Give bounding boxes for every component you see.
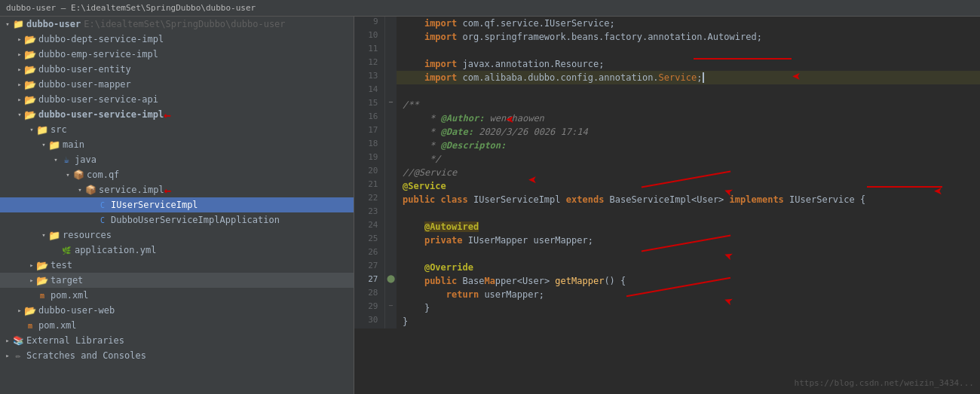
tree-item-extlibs[interactable]: 📚 External Libraries [0, 333, 354, 348]
tree-item-main[interactable]: 📁 main [0, 137, 354, 152]
main-content: 📁 dubbo-user E:\idealtemSet\SpringDubbo\… [0, 17, 980, 394]
java-class-icon: C [96, 199, 109, 211]
tree-item-userweb[interactable]: 📂 dubbo-user-web [0, 303, 354, 318]
code-line[interactable]: @Service [397, 179, 980, 193]
tree-item-dept[interactable]: 📂 dubbo-dept-service-impl [0, 32, 354, 47]
yml-icon: 🌿 [60, 244, 72, 256]
tree-label: dubbo-emp-service-impl [38, 49, 158, 60]
tree-label: DubboUserServiceImplApplication [111, 215, 280, 225]
code-line[interactable]: import javax.annotation.Resource; [397, 57, 980, 71]
project-tree[interactable]: 📁 dubbo-user E:\idealtemSet\SpringDubbo\… [0, 17, 354, 394]
tree-label: java [75, 154, 96, 165]
code-line[interactable]: */ [397, 152, 980, 166]
table-row: 22 public class IUserServiceImpl extends… [354, 193, 980, 206]
expand-arrow [15, 80, 24, 89]
code-line[interactable] [397, 206, 980, 220]
code-line[interactable]: * @Author: wenchaowen [397, 111, 980, 125]
line-number: 19 [354, 152, 384, 166]
code-line[interactable]: import org.springframework.beans.factory… [397, 30, 980, 44]
table-row: 23 [354, 206, 980, 220]
project-title: dubbo-user – E:\idealtemSet\SpringDubbo\… [6, 3, 256, 13]
tree-item-iuserserviceimpl[interactable]: C IUserServiceImpl [0, 197, 354, 212]
tree-item-yml[interactable]: 🌿 application.yml [0, 243, 354, 258]
code-line[interactable]: /** [397, 98, 980, 111]
line-number: 30 [354, 315, 384, 328]
code-line[interactable]: public class IUserServiceImpl extends Ba… [397, 193, 980, 206]
tree-item-comqf[interactable]: 📦 com.qf [0, 167, 354, 182]
line-gutter [384, 166, 397, 179]
code-line[interactable]: } [397, 315, 980, 328]
tree-label: dubbo-user-mapper [38, 79, 131, 90]
code-line[interactable]: @Override [397, 261, 980, 274]
tree-item-resources[interactable]: 📁 resources [0, 228, 354, 243]
line-gutter: − [384, 98, 397, 111]
expand-arrow [15, 50, 24, 59]
module-icon: 📂 [24, 108, 36, 121]
line-number: 22 [354, 193, 384, 206]
tree-label: src [51, 124, 67, 135]
expand-arrow [3, 20, 12, 29]
tree-item-api[interactable]: 📂 dubbo-user-service-api [0, 92, 354, 107]
line-number: 11 [354, 44, 384, 57]
code-line[interactable]: import com.qf.service.IUserService; [397, 17, 980, 30]
tree-item-pom1[interactable]: m pom.xml [0, 288, 354, 303]
code-line[interactable]: public BaseMapper<User> getMapper() { [397, 274, 980, 288]
tree-item-scratches[interactable]: ✏️ Scratches and Consoles [0, 348, 354, 363]
line-gutter [384, 57, 397, 71]
tree-label: dubbo-dept-service-impl [38, 34, 164, 44]
tree-label: target [51, 275, 83, 286]
code-line[interactable]: private IUserMapper userMapper; [397, 234, 980, 247]
line-number: 26 [354, 247, 384, 261]
line-gutter: ⬤ [384, 274, 397, 288]
tree-label: pom.xml [51, 290, 89, 301]
code-line[interactable]: } [397, 301, 980, 315]
line-gutter [384, 315, 397, 328]
expand-arrow [3, 336, 12, 345]
folder-icon: 📂 [36, 274, 48, 286]
line-gutter [384, 17, 397, 30]
module-icon: 📂 [24, 93, 36, 105]
line-number: 9 [354, 17, 384, 30]
line-gutter [384, 111, 397, 125]
module-icon: 📂 [24, 63, 36, 75]
expand-arrow [39, 140, 48, 149]
tree-item-emp[interactable]: 📂 dubbo-emp-service-impl [0, 47, 354, 62]
tree-item-target[interactable]: 📂 target [0, 273, 354, 288]
code-line[interactable]: @Autowired [397, 220, 980, 234]
line-number: 15 [354, 98, 384, 111]
line-number: 14 [354, 84, 384, 98]
code-line[interactable] [397, 44, 980, 57]
tree-item-entity[interactable]: 📂 dubbo-user-entity [0, 62, 354, 77]
line-number: 27 [354, 261, 384, 274]
java-source-icon: ☕ [60, 154, 72, 166]
module-icon: 📂 [24, 304, 36, 316]
code-line[interactable]: * @Date: 2020/3/26 0026 17:14 [397, 125, 980, 139]
folder-icon: 📂 [36, 259, 48, 271]
table-row: 18 * @Descripton: [354, 139, 980, 152]
code-line[interactable]: import com.alibaba.dubbo.config.annotati… [397, 71, 980, 84]
code-line[interactable] [397, 247, 980, 261]
scratches-icon: ✏️ [12, 350, 24, 362]
tree-item-src[interactable]: 📁 src [0, 122, 354, 137]
expand-arrow [15, 95, 24, 104]
tree-item-service-impl[interactable]: 📂 dubbo-user-service-impl ← [0, 107, 354, 122]
tree-item-app[interactable]: C DubboUserServiceImplApplication [0, 212, 354, 228]
folder-icon: 📁 [36, 124, 48, 136]
tree-item-test[interactable]: 📂 test [0, 258, 354, 273]
line-number: 24 [354, 220, 384, 234]
code-line[interactable]: return userMapper; [397, 288, 980, 301]
tree-item-java[interactable]: ☕ java [0, 152, 354, 167]
code-line[interactable]: * @Descripton: [397, 139, 980, 152]
line-gutter: − [384, 301, 397, 315]
code-editor[interactable]: 9 import com.qf.service.IUserService; 10… [354, 17, 980, 394]
tree-item-serviceimpl-pkg[interactable]: 📦 service.impl ← [0, 182, 354, 197]
table-row: 13 import com.alibaba.dubbo.config.annot… [354, 71, 980, 84]
code-line[interactable]: //@Service [397, 166, 980, 179]
line-number: 16 [354, 111, 384, 125]
tree-item-root[interactable]: 📁 dubbo-user E:\idealtemSet\SpringDubbo\… [0, 17, 354, 32]
tree-item-mapper[interactable]: 📂 dubbo-user-mapper [0, 77, 354, 92]
tree-item-pom2[interactable]: m pom.xml [0, 318, 354, 333]
code-line[interactable] [397, 84, 980, 98]
tree-label: resources [63, 230, 112, 240]
code-table: 9 import com.qf.service.IUserService; 10… [354, 17, 980, 328]
